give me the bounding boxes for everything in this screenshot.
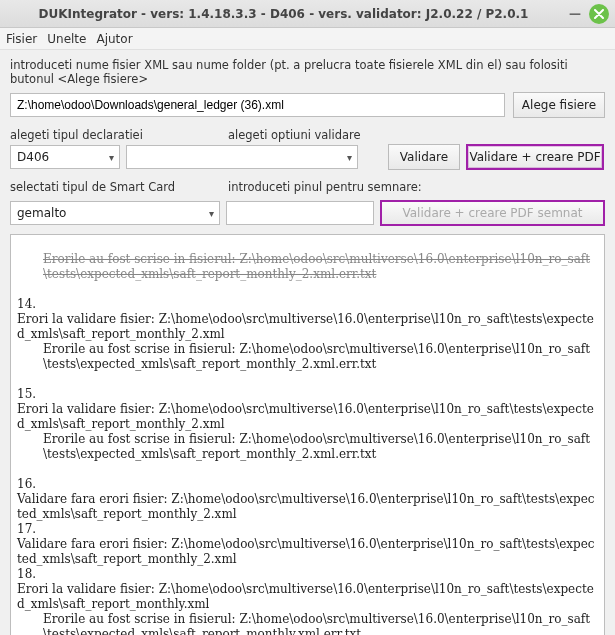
- hint-text: introduceti nume fisier XML sau nume fol…: [10, 58, 605, 86]
- window-title: DUKIntegrator - vers: 1.4.18.3.3 - D406 …: [6, 7, 561, 21]
- log-line: 15.: [17, 387, 36, 401]
- log-line: Erori la validare fisier: Z:\home\odoo\s…: [17, 402, 594, 431]
- log-text: Erorile au fost scrise in fisierul: Z:\h…: [11, 235, 604, 635]
- titlebar: DUKIntegrator - vers: 1.4.18.3.3 - D406 …: [0, 0, 615, 28]
- label-optiuni: alegeti optiuni validare: [228, 128, 361, 142]
- validate-create-pdf-button[interactable]: Validare + creare PDF: [466, 144, 604, 170]
- choose-files-label: Alege fisiere: [522, 98, 596, 112]
- select-declaratie[interactable]: D406: [10, 145, 120, 169]
- menu-fisier[interactable]: Fisier: [6, 32, 37, 46]
- select-smartcard-value: gemalto: [17, 206, 66, 220]
- log-line: Erorile au fost scrise in fisierul: Z:\h…: [17, 612, 598, 635]
- validate-button[interactable]: Validare: [388, 144, 460, 170]
- minimize-button[interactable]: —: [565, 4, 585, 24]
- validate-create-pdf-signed-label: Validare + creare PDF semnat: [402, 206, 582, 220]
- close-icon: [594, 9, 604, 19]
- label-smartcard: selectati tipul de Smart Card: [10, 180, 228, 194]
- log-area[interactable]: Erorile au fost scrise in fisierul: Z:\h…: [10, 234, 605, 635]
- validate-create-pdf-signed-button[interactable]: Validare + creare PDF semnat: [380, 200, 605, 226]
- choose-files-button[interactable]: Alege fisiere: [513, 92, 605, 118]
- file-path-input[interactable]: [10, 93, 505, 117]
- log-line: Erorile au fost scrise in fisierul: Z:\h…: [17, 432, 598, 462]
- select-declaratie-value: D406: [17, 150, 49, 164]
- content-area: introduceti nume fisier XML sau nume fol…: [0, 50, 615, 635]
- log-line: Validare fara erori fisier: Z:\home\odoo…: [17, 537, 595, 566]
- validate-create-pdf-label: Validare + creare PDF: [469, 150, 600, 164]
- log-line: 17.: [17, 522, 36, 536]
- close-button[interactable]: [589, 4, 609, 24]
- log-line: Validare fara erori fisier: Z:\home\odoo…: [17, 492, 595, 521]
- log-line: Erori la validare fisier: Z:\home\odoo\s…: [17, 582, 594, 611]
- label-declaratie: alegeti tipul declaratiei: [10, 128, 228, 142]
- pin-input[interactable]: [226, 201, 374, 225]
- log-line: 18.: [17, 567, 36, 581]
- select-smartcard[interactable]: gemalto: [10, 201, 220, 225]
- menu-ajutor[interactable]: Ajutor: [96, 32, 132, 46]
- validate-label: Validare: [400, 150, 448, 164]
- log-line: Erorile au fost scrise in fisierul: Z:\h…: [17, 252, 598, 282]
- menubar: Fisier Unelte Ajutor: [0, 28, 615, 50]
- log-line: 16.: [17, 477, 36, 491]
- log-line: Erorile au fost scrise in fisierul: Z:\h…: [17, 342, 598, 372]
- menu-unelte[interactable]: Unelte: [47, 32, 86, 46]
- select-optiuni[interactable]: [126, 145, 358, 169]
- log-line: 14.: [17, 297, 36, 311]
- label-pin: introduceti pinul pentru semnare:: [228, 180, 422, 194]
- log-line: Erori la validare fisier: Z:\home\odoo\s…: [17, 312, 594, 341]
